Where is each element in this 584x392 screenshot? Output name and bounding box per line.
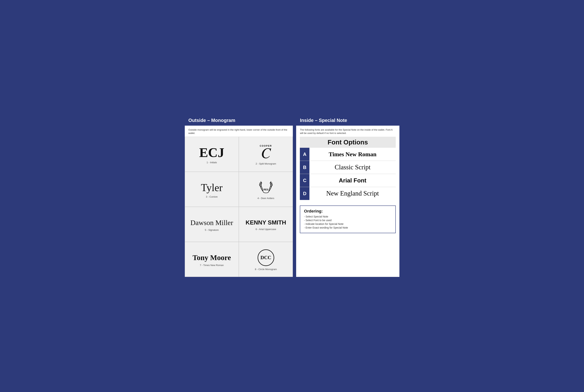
left-title: Outside – Monogram xyxy=(188,118,235,123)
left-panel: Outside – Monogram Outside monogram will… xyxy=(185,115,293,277)
left-panel-header: Outside – Monogram xyxy=(185,115,293,126)
font-options-header: Font Options xyxy=(300,137,396,148)
right-panel: Inside – Special Note The following font… xyxy=(296,115,399,277)
font-letter-a: A xyxy=(300,148,309,161)
deer-antlers-display: RES xyxy=(258,180,274,195)
right-description: The following fonts are available for th… xyxy=(296,126,399,137)
monogram-cell-6: KENNY SMITH 6 - Arial Uppercase xyxy=(239,207,293,242)
font-name-d: New England Script xyxy=(309,188,396,199)
style-4-label: 4 - Deer Antlers xyxy=(257,197,274,200)
circle-mono-inner: DCC xyxy=(258,250,274,266)
style-2-label: 2 - Split Monogram xyxy=(256,162,276,165)
main-container: Outside – Monogram Outside monogram will… xyxy=(181,112,403,280)
signature-display: Dawson Miller xyxy=(190,218,233,227)
initials-display: ECJ xyxy=(199,146,224,159)
monogram-grid: ECJ 1 - Initials COOPER 𝐶 2 - Split Mono… xyxy=(185,137,293,277)
ordering-item-1: - Select Special Note xyxy=(304,215,392,218)
ordering-item-4: - Enter Exact wording for Special Note xyxy=(304,226,392,229)
font-name-b: Classic Script xyxy=(309,162,396,172)
ordering-item-2: - Select Font to be used xyxy=(304,219,392,222)
ordering-item-3: - Indicate location for Special Note xyxy=(304,222,392,226)
font-letter-b: B xyxy=(300,161,309,174)
font-letter-d: D xyxy=(300,187,309,200)
circle-mono-display: DCC xyxy=(258,250,274,266)
left-description: Outside monogram will be engraved in the… xyxy=(185,126,293,137)
times-display: Tony Moore xyxy=(192,253,231,262)
right-title: Inside – Special Note xyxy=(300,118,347,123)
deer-svg: RES xyxy=(258,180,274,195)
monogram-cell-1: ECJ 1 - Initials xyxy=(185,137,239,172)
ordering-title: Ordering: xyxy=(304,209,392,214)
style-5-label: 5 - Signature xyxy=(205,228,219,231)
monogram-cell-5: Dawson Miller 5 - Signature xyxy=(185,207,239,242)
font-letter-c: C xyxy=(300,174,309,187)
circle-text: DCC xyxy=(260,255,271,260)
monogram-cell-2: COOPER 𝐶 2 - Split Monogram xyxy=(239,137,293,172)
monogram-cell-4: RES 4 - Deer Antlers xyxy=(239,172,293,207)
monogram-cell-7: Tony Moore 7 - Times New Roman xyxy=(185,242,239,277)
font-row-c: C Arial Font xyxy=(300,174,396,187)
split-big-c: 𝐶 xyxy=(261,146,271,160)
monogram-cell-3: Tyler 3 - Cursive xyxy=(185,172,239,207)
cursive-display: Tyler xyxy=(201,182,223,194)
font-name-a: Times New Roman xyxy=(309,150,396,159)
font-row-b: B Classic Script xyxy=(300,161,396,174)
monogram-cell-8: DCC 8 - Circle Monogram xyxy=(239,242,293,277)
style-8-label: 8 - Circle Monogram xyxy=(255,268,277,270)
right-panel-header: Inside – Special Note xyxy=(296,115,399,126)
ordering-section: Ordering: - Select Special Note - Select… xyxy=(300,206,396,233)
font-row-d: D New England Script xyxy=(300,187,396,200)
style-3-label: 3 - Cursive xyxy=(206,195,218,198)
arial-upper-display: KENNY SMITH xyxy=(246,219,286,226)
style-1-label: 1 - Initials xyxy=(206,161,217,164)
style-6-label: 6 - Arial Uppercase xyxy=(256,228,276,230)
font-name-c: Arial Font xyxy=(309,176,396,186)
style-7-label: 7 - Times New Roman xyxy=(200,264,224,266)
split-monogram-display: COOPER 𝐶 xyxy=(260,144,272,160)
font-row-a: A Times New Roman xyxy=(300,148,396,161)
font-options-section: Font Options A Times New Roman B Classic… xyxy=(296,137,399,200)
svg-text:RES: RES xyxy=(263,188,268,191)
